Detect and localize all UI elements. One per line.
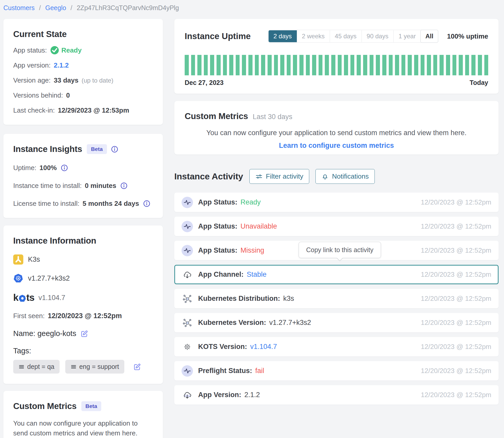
range-1-year-button[interactable]: 1 year (393, 30, 421, 42)
uptime-bar[interactable] (459, 55, 463, 75)
activity-row-app-status-ready[interactable]: App Status: Ready 12/20/2023 @ 12:52pm (174, 193, 499, 212)
uptime-bar[interactable] (210, 55, 214, 75)
uptime-bar[interactable] (395, 55, 399, 75)
uptime-bar[interactable] (248, 55, 253, 75)
uptime-bar[interactable] (331, 55, 335, 75)
range-90-days-button[interactable]: 90 days (362, 30, 393, 42)
uptime-bar[interactable] (440, 55, 444, 75)
uptime-bar[interactable] (465, 55, 469, 75)
edit-tags-icon[interactable] (133, 363, 141, 371)
app-status-label: App status: (13, 46, 47, 54)
activity-row-preflight-status[interactable]: Preflight Status: fail 12/20/2023 @ 12:5… (174, 361, 499, 381)
uptime-bar[interactable] (452, 55, 457, 75)
pulse-icon (182, 197, 193, 208)
custom-metrics-panel: Custom Metrics Last 30 days You can now … (174, 101, 499, 155)
uptime-bar[interactable] (433, 55, 437, 75)
custom-metrics-body: You can now configure your application t… (13, 418, 153, 438)
uptime-bar[interactable] (280, 55, 284, 75)
uptime-bar[interactable] (408, 55, 412, 75)
notifications-button[interactable]: Notifications (315, 169, 375, 184)
uptime-end-label: Today (470, 79, 488, 86)
uptime-bar[interactable] (471, 55, 476, 75)
cloud-download-icon (182, 389, 193, 401)
activity-timestamp: 12/20/2023 @ 12:52pm (421, 391, 491, 399)
uptime-bar[interactable] (446, 55, 450, 75)
configure-custom-metrics-link[interactable]: Learn to configure custom metrics (185, 142, 488, 150)
uptime-bar[interactable] (223, 55, 227, 75)
range-all-button[interactable]: All (420, 30, 438, 43)
uptime-bar[interactable] (312, 55, 316, 75)
kots-logo: ktsv1.104.7 (13, 292, 65, 303)
uptime-bar[interactable] (268, 55, 272, 75)
activity-label: Kubernetes Version: (198, 319, 266, 327)
uptime-bar[interactable] (382, 55, 386, 75)
uptime-bar[interactable] (191, 55, 195, 75)
uptime-bar[interactable] (242, 55, 246, 75)
uptime-bar[interactable] (293, 55, 297, 75)
range-2-days-button[interactable]: 2 days (269, 30, 297, 42)
uptime-bar[interactable] (319, 55, 323, 75)
activity-row-app-version[interactable]: App Version: 2.1.2 12/20/2023 @ 12:52pm (174, 385, 499, 405)
info-icon[interactable] (143, 200, 150, 207)
activity-row-kubernetes-distribution[interactable]: Kubernetes Distribution: k3s 12/20/2023 … (174, 289, 499, 308)
app-status-row: App status: Ready (13, 46, 153, 54)
filter-activity-button[interactable]: Filter activity (249, 169, 309, 184)
kots-logo-text: ts (26, 292, 34, 303)
uptime-bar[interactable] (299, 55, 304, 75)
left-column: Current State App status: Ready App vers… (3, 19, 163, 438)
uptime-bar[interactable] (325, 55, 329, 75)
uptime-bar[interactable] (414, 55, 418, 75)
info-icon[interactable] (111, 146, 118, 153)
uptime-bar[interactable] (338, 55, 342, 75)
app-version-link[interactable]: 2.1.2 (54, 61, 69, 69)
kots-version: v1.104.7 (38, 294, 65, 302)
uptime-bar[interactable] (478, 55, 482, 75)
breadcrumb-customer-link[interactable]: Geeglo (45, 4, 66, 11)
breadcrumb-customers-link[interactable]: Customers (3, 4, 35, 11)
uptime-bar[interactable] (357, 55, 361, 75)
activity-value: v1.27.7+k3s2 (269, 319, 311, 327)
uptime-bar[interactable] (261, 55, 265, 75)
activity-row-app-channel[interactable]: App Channel: Stable 12/20/2023 @ 12:52pm (174, 265, 499, 284)
uptime-bar[interactable] (217, 55, 221, 75)
uptime-bar[interactable] (255, 55, 259, 75)
uptime-bar[interactable] (197, 55, 201, 75)
uptime-bar[interactable] (274, 55, 278, 75)
uptime-bar[interactable] (344, 55, 348, 75)
first-seen-row: First seen: 12/20/2023 @ 12:52pm (13, 312, 153, 320)
tag-label: dept = qa (27, 363, 54, 370)
uptime-bar[interactable] (236, 55, 240, 75)
activity-value: fail (255, 367, 264, 375)
uptime-bar[interactable] (363, 55, 367, 75)
instance-information-title: Instance Information (13, 236, 153, 246)
uptime-bar[interactable] (306, 55, 310, 75)
uptime-bar[interactable] (484, 55, 488, 75)
kubernetes-nodes-icon (182, 293, 193, 304)
activity-label: Preflight Status: (198, 367, 252, 375)
uptime-bar[interactable] (421, 55, 425, 75)
uptime-bar[interactable] (401, 55, 406, 75)
activity-row-kots-version[interactable]: KOTS Version: v1.104.7 12/20/2023 @ 12:5… (174, 337, 499, 356)
info-icon[interactable] (61, 164, 68, 171)
info-icon[interactable] (120, 182, 127, 189)
uptime-bar[interactable] (287, 55, 291, 75)
range-2-weeks-button[interactable]: 2 weeks (297, 30, 330, 42)
activity-row-kubernetes-version[interactable]: Kubernetes Version: v1.27.7+k3s2 12/20/2… (174, 313, 499, 332)
uptime-bar[interactable] (229, 55, 233, 75)
uptime-bar[interactable] (370, 55, 374, 75)
uptime-bar[interactable] (350, 55, 355, 75)
uptime-bar[interactable] (204, 55, 208, 75)
uptime-bar[interactable] (376, 55, 380, 75)
license-time-row: License time to install: 5 months 24 day… (13, 200, 153, 208)
range-45-days-button[interactable]: 45 days (330, 30, 362, 42)
uptime-bar[interactable] (427, 55, 431, 75)
pulse-icon (182, 221, 193, 232)
version-age-value: 33 days (54, 76, 78, 84)
activity-value: v1.104.7 (250, 343, 277, 351)
uptime-bar[interactable] (389, 55, 393, 75)
edit-name-icon[interactable] (80, 330, 88, 338)
activity-timestamp: 12/20/2023 @ 12:52pm (421, 367, 491, 375)
tag-pill: dept = qa (13, 360, 60, 374)
uptime-bar[interactable] (185, 55, 189, 75)
activity-row-app-status-unavailable[interactable]: App Status: Unavailable 12/20/2023 @ 12:… (174, 217, 499, 236)
